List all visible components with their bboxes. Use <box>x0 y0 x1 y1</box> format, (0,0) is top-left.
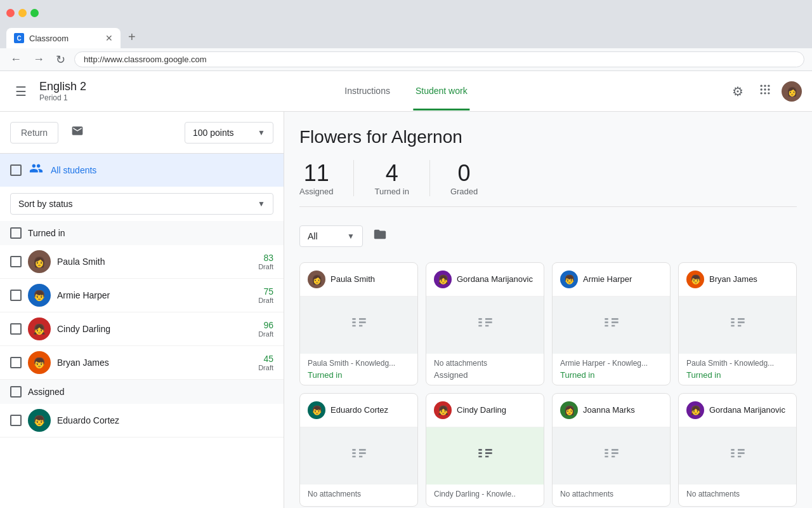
student-card-armie-harper[interactable]: 👦 Armie Harper Armie Harper - Knowleg...… <box>552 262 671 385</box>
attachment-icon <box>349 313 369 338</box>
student-item-armie-harper[interactable]: 👦 Armie Harper 75 Draft <box>0 279 284 312</box>
student-item-bryan-james[interactable]: 👦 Bryan James 45 Draft <box>0 346 284 380</box>
card-header: 👦 Eduardo Cortez <box>300 394 417 427</box>
card-status: Turned in <box>308 370 410 380</box>
section-assigned-checkbox[interactable] <box>10 386 22 398</box>
student-checkbox[interactable] <box>10 415 22 426</box>
student-grade: 75 Draft <box>258 286 273 304</box>
student-grade: 96 Draft <box>258 320 273 338</box>
student-card-eduardo-cortez[interactable]: 👦 Eduardo Cortez No attachments <box>299 393 418 507</box>
reload-button[interactable]: ↻ <box>53 50 68 69</box>
tab-title: Classroom <box>29 34 69 43</box>
svg-point-4 <box>764 88 766 90</box>
all-students-row[interactable]: All students <box>0 154 284 187</box>
card-footer: No attachments <box>300 485 417 506</box>
tab-student-work[interactable]: Student work <box>413 72 470 110</box>
card-status: Turned in <box>560 370 662 380</box>
card-student-name: Gordana Marijanovic <box>709 405 785 416</box>
card-student-name: Paula Smith <box>331 274 375 285</box>
card-avatar: 👦 <box>686 271 704 288</box>
sort-selector[interactable]: Sort by status ▼ <box>10 193 273 215</box>
card-attachment <box>426 427 544 485</box>
student-item-paula-smith[interactable]: 👩 Paula Smith 83 Draft <box>0 245 284 279</box>
app-title: English 2 <box>39 80 86 93</box>
stat-graded-num: 0 <box>450 160 478 187</box>
card-attachment <box>553 427 670 485</box>
student-item-cindy-darling[interactable]: 👧 Cindy Darling 96 Draft <box>0 312 284 346</box>
user-avatar[interactable]: 👩 <box>782 81 802 102</box>
student-card-gordana-2[interactable]: 👧 Gordana Marijanovic No attachments <box>678 393 797 507</box>
student-avatar: 👧 <box>28 318 51 340</box>
card-header: 👧 Cindy Darling <box>426 394 544 427</box>
card-attachment <box>679 297 796 354</box>
section-turned-in-checkbox[interactable] <box>10 227 22 239</box>
section-assigned-title: Assigned <box>28 387 65 397</box>
forward-button[interactable]: → <box>30 50 47 69</box>
grade-number: 96 <box>258 320 273 330</box>
card-avatar: 👦 <box>560 271 578 288</box>
folder-button[interactable] <box>368 222 392 250</box>
points-selector[interactable]: 100 points ▼ <box>185 122 273 144</box>
menu-icon[interactable]: ☰ <box>10 79 32 104</box>
address-input[interactable] <box>74 51 804 67</box>
card-student-name: Armie Harper <box>583 274 632 285</box>
all-students-checkbox[interactable] <box>10 164 22 176</box>
student-grade: 45 Draft <box>258 354 273 371</box>
card-attachment <box>300 297 417 354</box>
grade-label: Draft <box>258 364 273 371</box>
student-name: Cindy Darling <box>57 324 252 334</box>
return-button[interactable]: Return <box>10 122 58 144</box>
header-tabs: Instructions Student work <box>342 72 469 110</box>
apps-button[interactable] <box>754 78 776 104</box>
stat-assigned: 11 Assigned <box>299 160 354 196</box>
student-checkbox[interactable] <box>10 323 22 335</box>
stat-assigned-label: Assigned <box>299 187 333 196</box>
browser-tab[interactable]: C Classroom ✕ <box>6 28 121 48</box>
stats-row: 11 Assigned 4 Turned in 0 Graded <box>299 160 797 207</box>
points-label: 100 points <box>193 128 234 138</box>
mail-button[interactable] <box>66 119 89 145</box>
assignment-title: Flowers for Algernon <box>299 127 797 147</box>
student-avatar: 👦 <box>28 351 51 374</box>
card-avatar: 👩 <box>560 401 578 419</box>
maximize-window-button[interactable] <box>30 9 39 17</box>
student-item-eduardo-cortez[interactable]: 👦 Eduardo Cortez <box>0 404 284 438</box>
student-checkbox[interactable] <box>10 290 22 301</box>
grade-label: Draft <box>258 330 273 338</box>
student-grade: 83 Draft <box>258 253 273 271</box>
card-file-name: No attachments <box>308 490 410 498</box>
back-button[interactable]: ← <box>8 50 24 69</box>
student-card-cindy-darling[interactable]: 👧 Cindy Darling Cindy Darling - Knowle.. <box>426 393 544 507</box>
student-avatar: 👦 <box>28 284 51 307</box>
left-panel-toolbar: Return 100 points ▼ <box>0 112 284 154</box>
new-tab-button[interactable]: + <box>123 27 141 47</box>
student-name: Armie Harper <box>57 290 252 300</box>
filter-selector[interactable]: All ▼ <box>299 225 363 247</box>
student-checkbox[interactable] <box>10 357 22 368</box>
student-card-paula-smith[interactable]: 👩 Paula Smith Paula Smith - Knowledg... … <box>299 262 418 385</box>
section-turned-in-title: Turned in <box>28 228 65 238</box>
card-file-name: Paula Smith - Knowledg... <box>308 359 410 368</box>
card-file-name: Paula Smith - Knowledg... <box>686 359 789 368</box>
student-card-bryan-james[interactable]: 👦 Bryan James Paula Smith - Knowledg... … <box>678 262 797 385</box>
close-window-button[interactable] <box>6 9 15 17</box>
app-title-block: English 2 Period 1 <box>39 80 86 102</box>
student-avatar: 👩 <box>28 250 51 273</box>
card-student-name: Joanna Marks <box>583 405 635 416</box>
svg-point-0 <box>761 85 763 87</box>
section-assigned-header: Assigned <box>0 380 284 404</box>
card-attachment <box>679 427 796 485</box>
student-card-gordana[interactable]: 👧 Gordana Marijanovic No attachments Ass… <box>426 262 544 385</box>
card-file-name: No attachments <box>560 490 662 498</box>
student-checkbox[interactable] <box>10 256 22 267</box>
tab-close-button[interactable]: ✕ <box>105 33 113 43</box>
svg-point-8 <box>768 92 769 94</box>
settings-button[interactable]: ⚙ <box>727 79 749 104</box>
minimize-window-button[interactable] <box>18 9 27 17</box>
student-card-joanna-marks[interactable]: 👩 Joanna Marks No attachments <box>552 393 671 507</box>
card-file-name: Armie Harper - Knowleg... <box>560 359 662 368</box>
attachment-icon <box>728 313 748 338</box>
filter-dropdown-arrow: ▼ <box>347 232 355 241</box>
tab-instructions[interactable]: Instructions <box>342 72 393 110</box>
card-attachment <box>553 297 670 354</box>
